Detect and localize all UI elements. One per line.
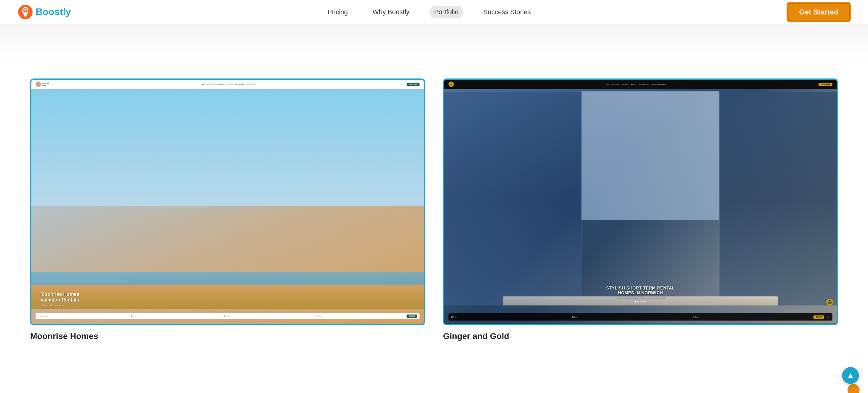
portfolio-section: MoonriseHomes HOME ABOUT US EXPERIENCES … bbox=[0, 60, 868, 365]
moonrise-where-field: 📍 Where to go? bbox=[38, 315, 127, 317]
hero-partial bbox=[0, 24, 868, 60]
ginger-logo-badge: G bbox=[448, 82, 454, 87]
ginger-hero-subtitle: FOR A CITY BREAK OR BUSINESS STAY WITH C… bbox=[444, 297, 837, 299]
moonrise-book-now-btn: BOOK NOW bbox=[407, 83, 420, 86]
dot-4 bbox=[642, 301, 644, 303]
get-started-button[interactable]: Get Started bbox=[787, 3, 850, 22]
ginger-nav-midterm: MID TERM STAYS bbox=[639, 84, 649, 85]
moonrise-depart-field: 📅 Depart bbox=[222, 315, 312, 317]
navbar: Boostly Pricing Why Boostly Portfolio Su… bbox=[0, 0, 868, 24]
ginger-title: Ginger and Gold bbox=[443, 331, 838, 341]
moonrise-guests-field: 👤 Guests bbox=[314, 315, 405, 317]
ginger-extra-btn: ⊞ bbox=[826, 315, 830, 319]
ginger-arrive-field: 📅 Arrive bbox=[451, 316, 570, 318]
moonrise-search-bar: 📍 Where to go? 📅 Arrive 📅 Depart 👤 Guest… bbox=[36, 313, 420, 319]
sky-visual bbox=[31, 89, 424, 206]
nav-pricing[interactable]: Pricing bbox=[323, 6, 352, 19]
ginger-card[interactable]: G HOME PROPERTIES EXPERIENCES ABOUT US M… bbox=[443, 79, 838, 326]
orange-circle-decoration bbox=[847, 384, 860, 393]
moonrise-hero-title: Moonrise HomesVacation Rentals bbox=[40, 291, 79, 303]
ginger-hero-title: STYLISH SHORT TERM RENTALHOMES IN NORWIC… bbox=[444, 285, 837, 296]
dot-5 bbox=[645, 301, 646, 303]
boostly-logo-icon bbox=[18, 5, 33, 19]
ginger-nav-mgmt: PROPERTY MANAGEMENT bbox=[651, 84, 667, 85]
moonrise-site-nav: HOME ABOUT US EXPERIENCES LISTINGS MANAG… bbox=[201, 84, 255, 85]
ginger-nav-props: PROPERTIES bbox=[611, 84, 619, 85]
scroll-to-top-button[interactable]: ▲ bbox=[842, 367, 859, 384]
ginger-guests-field: 👤 Guests bbox=[693, 316, 812, 318]
moonrise-nav-about: ABOUT US bbox=[207, 84, 214, 85]
moonrise-logo-circle bbox=[36, 82, 41, 87]
dot-2 bbox=[637, 301, 639, 303]
moonrise-rating: 4.98 Over All Reviews ★★★★★ bbox=[40, 304, 79, 306]
svg-point-4 bbox=[25, 9, 26, 11]
moonrise-title: Moonrise Homes bbox=[30, 331, 425, 341]
ginger-hero-content: STYLISH SHORT TERM RENTALHOMES IN NORWIC… bbox=[444, 285, 837, 303]
moonrise-hero-content: Moonrise HomesVacation Rentals 4.98 Over… bbox=[40, 291, 79, 308]
ginger-whatsapp-btn[interactable] bbox=[826, 299, 833, 306]
ginger-search-bar: 📅 Arrive 📅 Depart 👤 Guests SEARCH ⊞ bbox=[448, 313, 832, 320]
moonrise-card[interactable]: MoonriseHomes HOME ABOUT US EXPERIENCES … bbox=[30, 79, 425, 326]
ginger-site-logo: G bbox=[448, 82, 454, 87]
moonrise-hero-area: Moonrise HomesVacation Rentals 4.98 Over… bbox=[31, 89, 424, 324]
nav-success-stories[interactable]: Success Stories bbox=[478, 6, 536, 19]
moonrise-nav-contact: CONTACT US bbox=[246, 84, 255, 85]
moonrise-logo-label: MoonriseHomes bbox=[42, 82, 49, 86]
dot-3 bbox=[640, 301, 641, 303]
moonrise-card-inner: MoonriseHomes HOME ABOUT US EXPERIENCES … bbox=[31, 80, 424, 324]
moonrise-nav-mgmt: MANAGEMENT bbox=[235, 84, 245, 85]
moonrise-nav-exp: EXPERIENCES bbox=[215, 84, 225, 85]
logo-text: Boostly bbox=[36, 6, 71, 18]
portfolio-item-moonrise: MoonriseHomes HOME ABOUT US EXPERIENCES … bbox=[30, 79, 425, 341]
ginger-nav-home: HOME bbox=[606, 84, 610, 85]
moonrise-arrive-field: 📅 Arrive bbox=[129, 315, 220, 317]
moonrise-nav-listings: LISTINGS bbox=[227, 84, 233, 85]
moonrise-sub-rating: 4.98 on Airbnb bbox=[40, 307, 79, 308]
portfolio-grid: MoonriseHomes HOME ABOUT US EXPERIENCES … bbox=[30, 79, 838, 341]
ginger-search-button: SEARCH bbox=[813, 315, 824, 319]
ginger-learn-more-btn: LEARN MORE bbox=[818, 83, 832, 86]
ginger-site-navbar: G HOME PROPERTIES EXPERIENCES ABOUT US M… bbox=[444, 80, 837, 89]
dot-1 bbox=[635, 301, 637, 303]
logo-link[interactable]: Boostly bbox=[18, 5, 71, 19]
patio-visual bbox=[31, 285, 424, 309]
nav-links: Pricing Why Boostly Portfolio Success St… bbox=[323, 6, 536, 19]
scroll-top-icon: ▲ bbox=[846, 371, 855, 380]
moonrise-nav-home: HOME bbox=[201, 84, 205, 85]
nav-why-boostly[interactable]: Why Boostly bbox=[368, 6, 414, 19]
ginger-card-inner: G HOME PROPERTIES EXPERIENCES ABOUT US M… bbox=[444, 80, 837, 324]
ginger-site-nav: HOME PROPERTIES EXPERIENCES ABOUT US MID… bbox=[606, 84, 667, 85]
moonrise-site-logo: MoonriseHomes bbox=[36, 82, 49, 87]
moonrise-site-navbar: MoonriseHomes HOME ABOUT US EXPERIENCES … bbox=[31, 80, 424, 89]
portfolio-item-ginger: G HOME PROPERTIES EXPERIENCES ABOUT US M… bbox=[443, 79, 838, 341]
ginger-depart-field: 📅 Depart bbox=[572, 316, 691, 318]
ginger-carousel-dots bbox=[444, 301, 837, 303]
ginger-nav-exp: EXPERIENCES bbox=[621, 84, 629, 85]
moonrise-search-button: SEARCH bbox=[407, 314, 417, 318]
ginger-nav-about: ABOUT US bbox=[631, 84, 637, 85]
nav-portfolio[interactable]: Portfolio bbox=[430, 6, 464, 19]
ginger-hero-area: STYLISH SHORT TERM RENTALHOMES IN NORWIC… bbox=[444, 89, 837, 324]
